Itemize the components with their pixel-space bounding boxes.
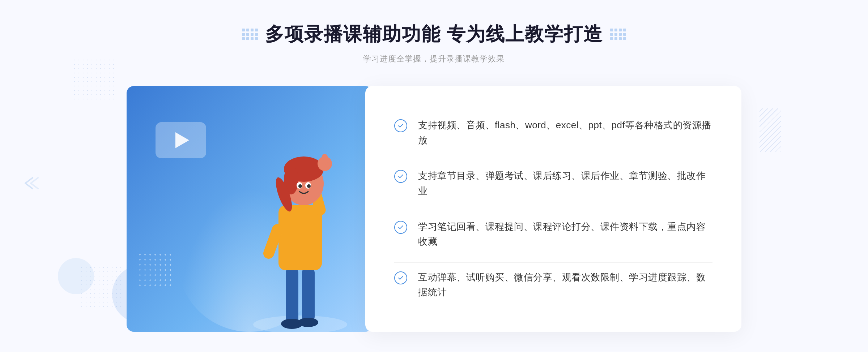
stripe-decoration <box>760 108 781 152</box>
illustration-card <box>127 86 373 332</box>
svg-rect-2 <box>302 267 315 323</box>
title-row: 多项录播课辅助功能 专为线上教学打造 <box>242 22 626 47</box>
header-section: 多项录播课辅助功能 专为线上教学打造 学习进度全掌握，提升录播课教学效果 <box>242 22 626 64</box>
svg-point-15 <box>307 184 311 188</box>
check-icon-1 <box>394 119 407 132</box>
feature-text-3: 学习笔记回看、课程提问、课程评论打分、课件资料下载，重点内容收藏 <box>418 219 712 249</box>
check-icon-3 <box>394 221 407 234</box>
dot-pattern-top-left <box>72 58 116 101</box>
feature-text-1: 支持视频、音频、flash、word、excel、ppt、pdf等各种格式的资源… <box>418 118 712 148</box>
illus-dots <box>137 252 174 288</box>
deco-grid-right <box>610 29 626 40</box>
person-figure <box>242 122 358 332</box>
feature-item-3: 学习笔记回看、课程提问、课程评论打分、课件资料下载，重点内容收藏 <box>394 212 712 257</box>
svg-rect-5 <box>278 205 322 270</box>
left-chevron-decoration <box>22 176 40 194</box>
svg-point-4 <box>298 318 318 327</box>
svg-rect-17 <box>322 154 328 165</box>
feature-item-2: 支持章节目录、弹题考试、课后练习、课后作业、章节测验、批改作业 <box>394 161 712 206</box>
page-container: 多项录播课辅助功能 专为线上教学打造 学习进度全掌握，提升录播课教学效果 <box>0 0 868 352</box>
check-icon-4 <box>394 271 407 284</box>
deco-grid-left <box>242 29 258 40</box>
svg-rect-1 <box>286 267 298 325</box>
play-icon <box>175 132 189 148</box>
feature-item-4: 互动弹幕、试听购买、微信分享、观看次数限制、学习进度跟踪、数据统计 <box>394 262 712 307</box>
content-area: 支持视频、音频、flash、word、excel、ppt、pdf等各种格式的资源… <box>127 86 741 332</box>
check-icon-2 <box>394 170 407 183</box>
feature-item-1: 支持视频、音频、flash、word、excel、ppt、pdf等各种格式的资源… <box>394 111 712 155</box>
info-panel: 支持视频、音频、flash、word、excel、ppt、pdf等各种格式的资源… <box>365 86 741 332</box>
feature-text-2: 支持章节目录、弹题考试、课后练习、课后作业、章节测验、批改作业 <box>418 168 712 198</box>
play-bubble <box>156 122 206 158</box>
svg-point-14 <box>298 184 302 188</box>
main-title: 多项录播课辅助功能 专为线上教学打造 <box>265 22 603 47</box>
subtitle: 学习进度全掌握，提升录播课教学效果 <box>242 53 626 64</box>
deco-circle-2 <box>58 258 94 294</box>
feature-text-4: 互动弹幕、试听购买、微信分享、观看次数限制、学习进度跟踪、数据统计 <box>418 270 712 300</box>
